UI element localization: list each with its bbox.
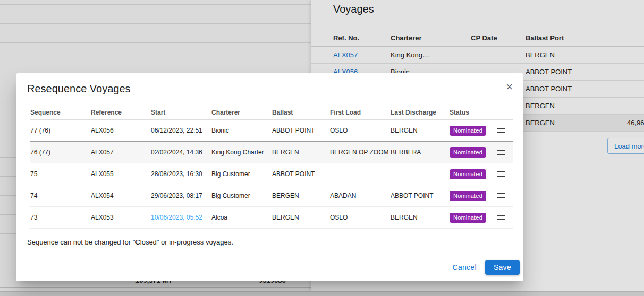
status-badge: Nominated <box>450 126 486 136</box>
resequence-voyages-dialog: Resequence Voyages × Sequence Reference … <box>16 73 523 281</box>
cell-handle <box>497 171 513 177</box>
drag-handle-icon[interactable] <box>497 193 505 198</box>
column-header-last-discharge: Last Discharge <box>391 109 450 116</box>
cell-charterer: Bionic <box>211 127 272 134</box>
dialog-title: Resequence Voyages <box>27 81 131 96</box>
cell-charterer: King Kong Charter <box>211 149 272 156</box>
cell-start: 29/06/2023, 08:17 <box>151 192 211 199</box>
cell-first-load: OSLO <box>330 214 391 221</box>
column-header-status: Status <box>450 109 497 116</box>
sequence-row[interactable]: 77 (76) ALX056 06/12/2023, 22:51 Bionic … <box>30 120 513 142</box>
sequence-row[interactable]: 74 ALX054 29/06/2023, 08:17 Big Customer… <box>30 185 513 207</box>
sequence-table-header: Sequence Reference Start Charterer Balla… <box>30 106 513 120</box>
cell-status: Nominated <box>450 126 497 136</box>
cell-charterer: Big Customer <box>211 192 272 199</box>
cell-sequence: 76 (77) <box>30 149 91 156</box>
drag-handle-icon[interactable] <box>497 150 505 155</box>
cell-first-load: OSLO <box>330 127 391 134</box>
cell-handle <box>497 193 513 198</box>
cell-last-discharge: BERGEN <box>391 127 450 134</box>
cell-ballast: ABBOT POINT <box>272 170 330 178</box>
sequence-row[interactable]: 75 ALX055 28/08/2023, 16:30 Big Customer… <box>30 163 513 185</box>
save-button[interactable]: Save <box>485 260 520 275</box>
cell-last-discharge: BERBERA <box>391 149 450 156</box>
column-header-reference: Reference <box>91 109 151 116</box>
cell-ballast: BERGEN <box>272 149 330 156</box>
column-header-first-load: First Load <box>330 109 391 116</box>
cell-last-discharge: ABBOT POINT <box>391 192 450 199</box>
column-header-ballast: Ballast <box>272 109 330 116</box>
dialog-note: Sequence can not be changed for "Closed"… <box>27 238 512 246</box>
drag-handle-icon[interactable] <box>497 128 505 133</box>
screen: 109,571 MT 9319686 Voyages Ref. No. Char… <box>0 0 644 296</box>
cell-reference: ALX053 <box>91 214 151 221</box>
cell-status: Nominated <box>450 169 497 179</box>
sequence-row[interactable]: 73 ALX053 10/06/2023, 05:52 Alcoa BERGEN… <box>30 207 513 229</box>
cell-sequence: 77 (76) <box>30 127 91 134</box>
drag-handle-icon[interactable] <box>497 215 505 220</box>
close-button[interactable]: × <box>503 81 516 93</box>
cell-last-discharge: BERGEN <box>391 214 450 221</box>
sequence-table: Sequence Reference Start Charterer Balla… <box>30 106 513 229</box>
cell-ballast: ABBOT POINT <box>272 127 330 134</box>
drag-handle-icon[interactable] <box>497 171 505 177</box>
cell-charterer: Big Customer <box>211 170 272 178</box>
cell-reference: ALX056 <box>91 127 151 134</box>
cell-handle <box>497 128 513 133</box>
column-header-charterer: Charterer <box>211 109 272 116</box>
column-header-sequence: Sequence <box>30 109 91 116</box>
cell-handle <box>497 215 513 220</box>
sequence-row[interactable]: 76 (77) ALX057 02/02/2024, 14:36 King Ko… <box>30 142 513 163</box>
cell-sequence: 75 <box>30 170 91 178</box>
cell-start: 02/02/2024, 14:36 <box>151 149 211 156</box>
cell-ballast: BERGEN <box>272 192 330 199</box>
cancel-button[interactable]: Cancel <box>448 260 480 275</box>
cell-start: 06/12/2023, 22:51 <box>151 127 211 134</box>
close-icon: × <box>506 80 513 93</box>
dialog-header: Resequence Voyages × <box>16 73 523 96</box>
cell-status: Nominated <box>450 191 497 201</box>
cell-start: 28/08/2023, 16:30 <box>151 170 211 178</box>
dialog-actions: Cancel Save <box>16 256 523 281</box>
cell-start-link[interactable]: 10/06/2023, 05:52 <box>151 214 211 221</box>
status-badge: Nominated <box>450 169 486 179</box>
status-badge: Nominated <box>450 147 486 158</box>
status-badge: Nominated <box>450 191 486 201</box>
status-badge: Nominated <box>450 213 486 223</box>
cell-sequence: 73 <box>30 214 91 221</box>
cell-status: Nominated <box>450 213 497 223</box>
column-header-start: Start <box>151 109 211 116</box>
cell-ballast: BERGEN <box>272 214 330 221</box>
cell-reference: ALX055 <box>91 170 151 178</box>
cell-handle <box>497 150 513 155</box>
cell-reference: ALX057 <box>91 149 151 156</box>
cell-first-load: BERGEN OP ZOOM <box>330 149 391 156</box>
cell-first-load: ABADAN <box>330 192 391 199</box>
cell-reference: ALX054 <box>91 192 151 199</box>
cell-sequence: 74 <box>30 192 91 199</box>
cell-charterer: Alcoa <box>211 214 272 221</box>
cell-status: Nominated <box>450 147 497 158</box>
